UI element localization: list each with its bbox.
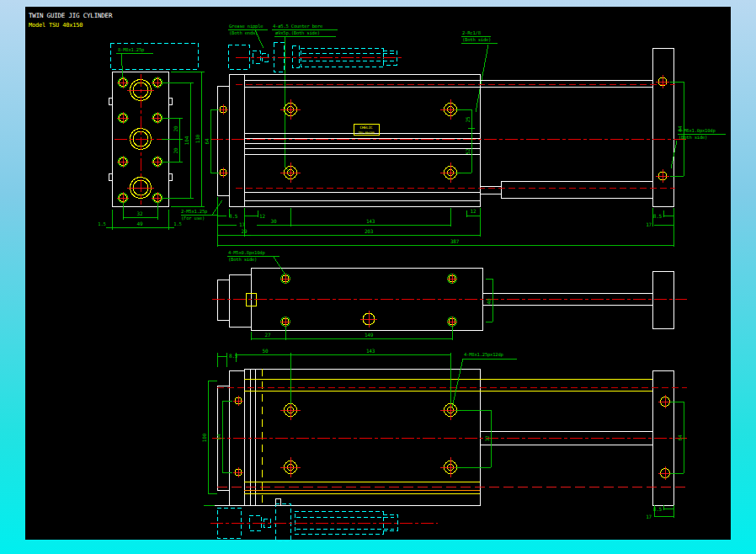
dim-label: 8.5: [229, 213, 238, 219]
dim-label: 64: [204, 138, 210, 144]
annotation-label: ø9x5p.(Both side): [275, 30, 320, 36]
dim-label: 20: [173, 125, 178, 131]
annotation-label: (Both ends): [229, 30, 258, 35]
dim-label: 12: [259, 213, 265, 219]
cad-window: TWIN GUIDE JIG CYLINDER Model TSU 40x150…: [0, 0, 756, 554]
annotation-label: Grease nipple: [229, 24, 263, 29]
annotation-label: (For use): [181, 216, 205, 221]
dim-label: 387: [450, 238, 460, 244]
dim-label: 100: [201, 433, 207, 442]
annotation-label: (Both side): [462, 37, 491, 42]
dim-label: 17: [239, 221, 245, 227]
nameplate-brand: CHELIC: [359, 125, 373, 130]
dim-label: 203: [365, 228, 374, 234]
annotation-label: 4-M8x1.25px12dp: [464, 352, 503, 358]
nameplate-model: TSU 40x150: [358, 131, 374, 135]
dim-label: 12: [471, 208, 476, 214]
dim-label: 104: [184, 136, 189, 145]
dim-label: 52: [465, 148, 471, 154]
annotation-label: 4-ø5.5 Counter bore: [273, 24, 322, 29]
drawing-title: TWIN GUIDE JIG CYLINDER: [29, 12, 113, 19]
drawing-model: Model TSU 40x150: [29, 22, 83, 29]
dim-label: 64: [216, 434, 221, 439]
dim-label: 50: [263, 348, 269, 354]
dim-label: 8.5: [229, 353, 238, 359]
annotation-label: 8-M8x1.25p: [118, 47, 144, 53]
dim-label: 17: [646, 514, 652, 519]
annotation-label: 4-M6x1.0px10dp: [679, 128, 716, 134]
dim-label: 143: [366, 218, 375, 224]
dim-label: 25: [465, 116, 471, 122]
dim-label: 8.5: [653, 506, 663, 512]
dim-label: 143: [366, 348, 375, 354]
dim-label: 130: [194, 134, 200, 143]
dim-label: 8.5: [653, 213, 663, 219]
dim-label: 64: [677, 434, 683, 440]
annotation-label: (Both side): [228, 257, 257, 262]
cad-canvas: TWIN GUIDE JIG CYLINDER Model TSU 40x150…: [0, 0, 756, 554]
annotation-label: 4-M5x0.8px10dp: [228, 250, 265, 256]
annotation-label: 2-Rc1/8: [462, 30, 481, 35]
dim-label: 30: [271, 218, 277, 224]
annotation-label: (Both side): [679, 135, 707, 140]
annotation-label: 2-M5x1.25p: [181, 209, 207, 215]
dim-label: 49: [137, 221, 143, 226]
dim-label: 32: [137, 210, 143, 216]
dim-label: 40: [486, 298, 492, 304]
dim-label: 149: [365, 332, 374, 338]
dim-label: 17: [646, 221, 652, 227]
dim-label: 20: [173, 147, 178, 153]
dim-label: 29: [242, 228, 248, 234]
dim-label: 27: [265, 332, 271, 338]
dim-label: 1.5: [173, 221, 181, 226]
dim-label: 32: [484, 435, 490, 441]
dim-label: 1.5: [98, 221, 105, 226]
